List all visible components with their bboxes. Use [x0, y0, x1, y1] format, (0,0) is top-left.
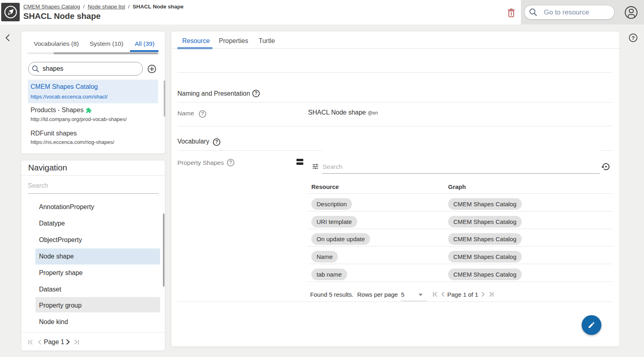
svg-text:?: ? [632, 35, 635, 41]
svg-text:?: ? [255, 90, 257, 96]
svg-text:?: ? [229, 160, 232, 165]
svg-text:?: ? [215, 139, 218, 145]
svg-text:?: ? [201, 111, 204, 117]
